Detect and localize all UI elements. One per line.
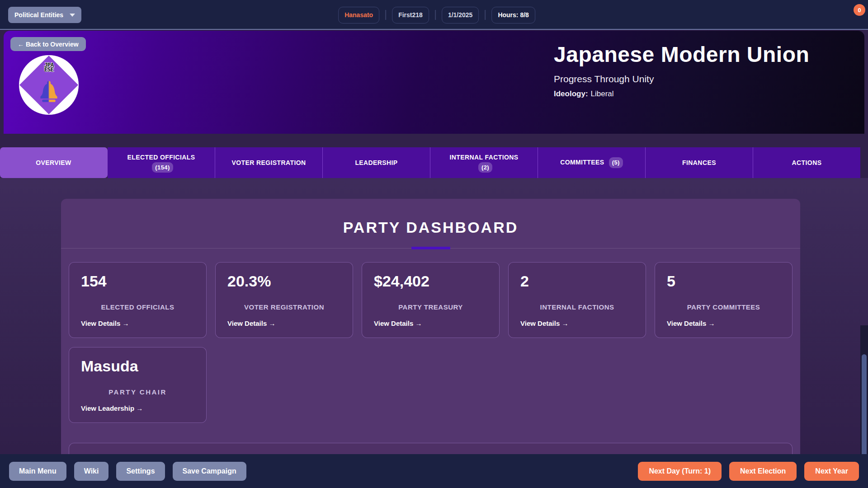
entity-dropdown[interactable]: Political Entities (8, 7, 81, 23)
entity-dropdown-label: Political Entities (14, 11, 63, 19)
app-root: Political Entities Hanasato First218 1/1… (0, 0, 868, 488)
stat-value: 154 (81, 272, 107, 290)
stat-card-party-committees: 5 PARTY COMMITTEES View Details → (655, 262, 793, 338)
next-section-card (69, 443, 793, 454)
player-name-pill[interactable]: Hanasato (338, 7, 379, 23)
hours-pill: Hours: 8/8 (491, 7, 535, 23)
pill-separator (435, 10, 436, 20)
settings-button[interactable]: Settings (116, 462, 165, 481)
scrollbar-thumb[interactable] (862, 354, 867, 454)
stat-value: 20.3% (227, 272, 271, 290)
stat-label: VOTER REGISTRATION (216, 303, 353, 311)
next-election-button[interactable]: Next Election (729, 462, 797, 481)
status-pill-group: Hanasato First218 1/1/2025 Hours: 8/8 (338, 0, 535, 30)
stat-value: $24,402 (374, 272, 429, 290)
stat-card-voter-registration: 20.3% VOTER REGISTRATION View Details → (215, 262, 353, 338)
notification-badge[interactable]: 0 (854, 4, 865, 16)
system-buttons: Main Menu Wiki Settings Save Campaign (9, 462, 246, 481)
tab-committees[interactable]: COMMITTEES (5) (538, 147, 646, 178)
party-header: ← Back to Overview JPA ESE Japanese Mode… (4, 31, 864, 134)
panel-title: PARTY DASHBOARD (61, 219, 800, 236)
tab-count-badge: (154) (152, 162, 173, 173)
tab-label: OVERVIEW (36, 159, 71, 166)
tab-elected-officials[interactable]: ELECTED OFFICIALS (154) (108, 147, 215, 178)
view-details-link[interactable]: View Details → (81, 319, 129, 327)
stat-label: PARTY TREASURY (362, 303, 499, 311)
tab-label: INTERNAL FACTIONS (450, 154, 519, 161)
save-campaign-button[interactable]: Save Campaign (173, 462, 246, 481)
tab-label: FINANCES (682, 159, 716, 166)
pill-separator (485, 10, 486, 20)
tab-finances[interactable]: FINANCES (646, 147, 753, 178)
page-title: Japanese Modern Union (554, 43, 842, 67)
stat-card-internal-factions: 2 INTERNAL FACTIONS View Details → (508, 262, 646, 338)
logo-text-line2: ESE (19, 67, 79, 72)
next-day-button[interactable]: Next Day (Turn: 1) (638, 462, 722, 481)
ideology-value: Liberal (591, 89, 614, 98)
chevron-down-icon (70, 14, 75, 17)
tab-label: ELECTED OFFICIALS (127, 154, 195, 161)
tab-label: LEADERSHIP (355, 159, 397, 166)
content-area: PARTY DASHBOARD 154 ELECTED OFFICIALS Vi… (0, 178, 868, 454)
tab-leadership[interactable]: LEADERSHIP (323, 147, 430, 178)
view-details-link[interactable]: View Details → (374, 319, 422, 327)
chair-name: Masuda (81, 357, 138, 375)
wiki-button[interactable]: Wiki (74, 462, 109, 481)
tab-count-badge: (2) (478, 162, 492, 173)
stat-cards-grid: 154 ELECTED OFFICIALS View Details → 20.… (69, 262, 793, 423)
scrollbar-track[interactable] (860, 325, 868, 454)
turn-buttons: Next Day (Turn: 1) Next Election Next Ye… (638, 462, 859, 481)
title-accent-bar (411, 247, 450, 249)
chair-label: PARTY CHAIR (69, 388, 206, 396)
party-slogan: Progress Through Unity (554, 74, 842, 84)
date-pill: 1/1/2025 (442, 7, 479, 23)
save-name-pill: First218 (392, 7, 429, 23)
stat-card-elected-officials: 154 ELECTED OFFICIALS View Details → (69, 262, 207, 338)
stat-card-party-treasury: $24,402 PARTY TREASURY View Details → (362, 262, 500, 338)
liberty-bell-icon (38, 80, 59, 103)
stat-value: 5 (667, 272, 675, 290)
tab-voter-registration[interactable]: VOTER REGISTRATION (215, 147, 323, 178)
tab-label: COMMITTEES (560, 159, 604, 166)
main-menu-button[interactable]: Main Menu (9, 462, 66, 481)
view-details-link[interactable]: View Details → (520, 319, 568, 327)
view-leadership-link[interactable]: View Leadership → (81, 404, 143, 412)
party-header-text: Japanese Modern Union Progress Through U… (554, 43, 842, 99)
bottom-bar: Main Menu Wiki Settings Save Campaign Ne… (0, 454, 868, 488)
tab-label: ACTIONS (792, 159, 822, 166)
tab-bar: OVERVIEW ELECTED OFFICIALS (154) VOTER R… (0, 147, 860, 178)
ideology-label: Ideology: (554, 89, 588, 98)
view-details-link[interactable]: View Details → (667, 319, 715, 327)
panel-head: PARTY DASHBOARD (61, 199, 800, 249)
party-dashboard-panel: PARTY DASHBOARD 154 ELECTED OFFICIALS Vi… (61, 199, 800, 454)
tab-actions[interactable]: ACTIONS (753, 147, 860, 178)
stat-label: INTERNAL FACTIONS (509, 303, 646, 311)
tab-overview[interactable]: OVERVIEW (0, 147, 108, 178)
tab-label: VOTER REGISTRATION (231, 159, 306, 166)
top-bar: Political Entities Hanasato First218 1/1… (0, 0, 868, 30)
tab-count-badge: (5) (609, 157, 623, 168)
stat-label: PARTY COMMITTEES (655, 303, 792, 311)
logo-text: JPA ESE (19, 63, 79, 72)
stat-value: 2 (520, 272, 529, 290)
view-details-link[interactable]: View Details → (227, 319, 275, 327)
party-ideology: Ideology:Liberal (554, 89, 842, 99)
stat-label: ELECTED OFFICIALS (69, 303, 206, 311)
stat-card-party-chair: Masuda PARTY CHAIR View Leadership → (69, 347, 207, 423)
next-year-button[interactable]: Next Year (804, 462, 859, 481)
party-logo: JPA ESE (19, 55, 79, 115)
pill-separator (385, 10, 386, 20)
tab-internal-factions[interactable]: INTERNAL FACTIONS (2) (430, 147, 538, 178)
back-to-overview-button[interactable]: ← Back to Overview (10, 37, 86, 51)
